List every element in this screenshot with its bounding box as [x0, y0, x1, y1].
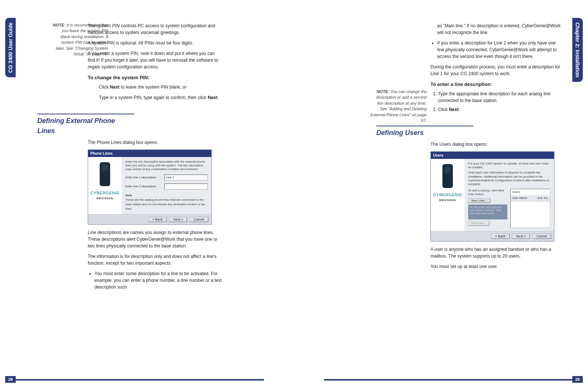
right-body3: The Users dialog box opens: Users CYBERG…: [430, 141, 565, 270]
step1: Click Next to leave the system PIN blank…: [99, 84, 222, 90]
step2b: Next: [208, 95, 217, 100]
b1b: some: [126, 271, 137, 276]
line2-input[interactable]: [164, 184, 208, 190]
step2: Type in a system PIN, type again to conf…: [99, 94, 222, 101]
step1c: to leave the system PIN blank,: [119, 84, 183, 90]
step2a: Type in a system PIN, type again to conf…: [99, 95, 208, 100]
right-content: as "Main line." If no description is ent…: [369, 22, 562, 274]
users-dialog-main: For your CG 2400 System to operate, at l…: [464, 159, 554, 231]
dlg2-desc1: For your CG 2400 System to operate, at l…: [468, 162, 550, 170]
dlg1-note-text: These are the analog phone lines that ar…: [125, 198, 205, 210]
section-defining-lines: Defining External Phone Lines: [37, 114, 134, 136]
step1b: Next: [110, 84, 119, 90]
users-dialog-title: Users: [431, 152, 554, 159]
sec1-intro: The Phone Lines dialog box opens:: [88, 139, 222, 146]
brand2-text: ERICSSON: [90, 197, 120, 201]
r-s2c: .: [458, 107, 460, 112]
r-p1: as "Main line." If no description is ent…: [437, 22, 561, 36]
users-list-body: [511, 201, 550, 228]
note1-label: NOTE: [53, 23, 64, 27]
r-p2: During the configuration process, you mu…: [430, 64, 561, 77]
note1-text: : It is recommended that you leave the s…: [56, 23, 108, 56]
edit-user-button[interactable]: Edit User...: [468, 221, 489, 226]
bullet1: You must enter some description for a li…: [94, 270, 222, 290]
footer-bar-left: [15, 379, 264, 381]
page-num-left: 28: [5, 376, 16, 383]
users-h: Users: [511, 189, 550, 195]
phone-lines-dialog: Phone Lines CYBERGENIE ERICSSON Enter th…: [88, 150, 212, 225]
section-defining-users: Defining Users: [376, 126, 473, 138]
back-button[interactable]: < Back: [148, 217, 167, 222]
r-p3: A user is anyone who has an assigned han…: [430, 246, 565, 259]
brand-text-2: CYBERGENIE: [432, 192, 463, 198]
step1a: Click: [99, 84, 110, 90]
left-body2: The Phone Lines dialog box opens: Phone …: [88, 139, 222, 291]
right-tab: Chapter 2: Installation: [572, 18, 583, 82]
bullets-left: You must enter some description for a li…: [88, 270, 222, 290]
sub2: To enter a line description:: [430, 81, 561, 88]
r-s2b: Next: [449, 107, 458, 112]
phone-lines-dialog-title: Phone Lines: [88, 150, 211, 157]
users-dialog-sidebar: CYBERGENIE ERICSSON: [431, 159, 464, 231]
dlg2-grey: To edit a user, first click the user nam…: [468, 204, 507, 219]
sub1: To change the system PIN:: [88, 74, 222, 81]
dialog-buttons: < Back Next > Cancel: [88, 214, 211, 225]
dlg1-note-h: Note: [125, 194, 132, 197]
users-dialog: Users CYBERGENIE ERICSSON For your CG 24…: [430, 151, 554, 242]
col-ext: Ext. No.: [536, 195, 550, 201]
handset-icon: [100, 162, 110, 186]
r-p3a: A: [430, 247, 435, 252]
note2-label: NOTE:: [377, 89, 389, 94]
b1a: You must enter: [94, 271, 126, 276]
p4: Line descriptions are names you assign t…: [88, 229, 222, 249]
r-s2a: Click: [438, 107, 449, 112]
users-list-header: User Name Ext. No.: [511, 195, 550, 201]
p5: The information is for description only …: [88, 253, 222, 267]
r-p3c: is anyone who has an assigned handset or…: [430, 247, 551, 259]
r-step2: Click Next.: [438, 106, 561, 113]
step1d: or: [183, 84, 187, 90]
line1-input[interactable]: [164, 175, 208, 181]
margin-note-1: NOTE: It is recommended that you leave t…: [52, 22, 108, 57]
left-content: NOTE: It is recommended that you leave t…: [26, 22, 219, 294]
r-bullet1: If you enter a description for Line 2 wh…: [437, 40, 561, 60]
cancel-button[interactable]: Cancel: [190, 217, 208, 222]
page-num-right: 29: [572, 376, 583, 383]
dlg2-desc2: Only basic user information is required …: [468, 171, 550, 187]
cancel-button-2[interactable]: Cancel: [532, 234, 551, 239]
right-body1: as "Main line." If no description is ent…: [430, 22, 561, 77]
line2-label: Enter line 2 description:: [125, 184, 162, 189]
users-left-panel: To add a user(s), click New User button.…: [468, 189, 507, 228]
left-tab: CG 2400 User Guide: [5, 18, 16, 77]
bullets-right: If you enter a description for Line 2 wh…: [430, 40, 561, 60]
r-p2a: During the configuration process, you: [430, 64, 506, 70]
dlg2-add: To add a user(s), click New User button.: [468, 189, 507, 197]
p4a: Line descriptions: [88, 230, 121, 235]
right-body2: To enter a line description: Type the ap…: [430, 81, 561, 113]
sec2-intro: The Users dialog box opens:: [430, 141, 565, 148]
back-button-2[interactable]: < Back: [491, 234, 510, 239]
col-username: User Name: [511, 195, 536, 201]
brand-text: CYBERGENIE: [90, 190, 120, 196]
steps-right: Type the appropriate line description fo…: [430, 90, 561, 113]
margin-note-2: NOTE: You can change the description or …: [369, 89, 427, 123]
step2c: .: [217, 95, 218, 100]
r-p3b: user: [435, 247, 443, 252]
dialog-main: Enter the line description associated wi…: [122, 157, 211, 214]
note2-text: You can change the description or add a …: [370, 89, 427, 123]
footer-bar-right: [324, 379, 573, 381]
new-user-button[interactable]: New User...: [468, 198, 490, 203]
dlg1-desc: Enter the line description associated wi…: [125, 160, 208, 172]
dlg1-note: Note These are the analog phone lines th…: [125, 193, 208, 211]
r-step1: Type the appropriate line description fo…: [438, 90, 561, 104]
line1-label: Enter line 1 description:: [125, 175, 162, 180]
next-button-2[interactable]: Next >: [512, 234, 530, 239]
brand2-text-2: ERICSSON: [432, 198, 463, 203]
users-list-panel: Users User Name Ext. No.: [510, 189, 550, 228]
users-dialog-buttons: < Back Next > Cancel: [431, 231, 554, 241]
r-p4: You must set up at least one user.: [430, 263, 565, 270]
next-button[interactable]: Next >: [169, 217, 187, 222]
handset-icon-2: [442, 164, 453, 188]
dialog-sidebar: CYBERGENIE ERICSSON: [88, 157, 122, 214]
r-p2b: must: [506, 64, 516, 70]
